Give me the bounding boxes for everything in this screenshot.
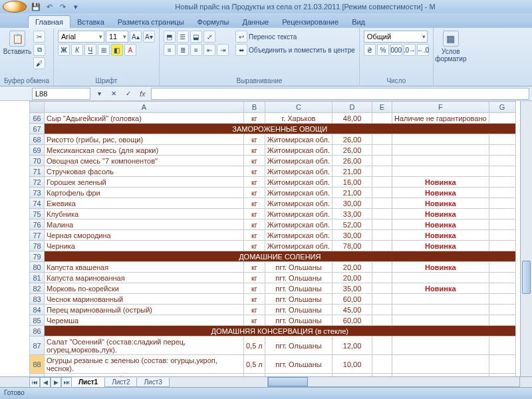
cell[interactable] [372,273,392,283]
cell[interactable]: 21,00 [332,166,372,177]
cell[interactable] [489,134,515,145]
comma-icon[interactable]: 000 [390,44,402,56]
cell[interactable]: Сыр "Адыгейский" (головка) [45,113,244,124]
cell[interactable]: Капуста квашеная [45,262,244,273]
table-row[interactable]: 84Перец маринованный (острый)кгпгт. Ольш… [30,305,516,315]
cell[interactable] [489,355,515,374]
cell[interactable]: кг [244,283,265,294]
cell[interactable]: Клубника [45,209,244,219]
cell[interactable] [372,113,392,124]
save-icon[interactable]: 💾 [31,1,41,12]
section-header[interactable]: ДОМАШНИЕ СОЛЕНИЯ [45,251,516,262]
cell[interactable] [392,134,489,145]
undo-icon[interactable]: ↶ [44,1,55,12]
italic-icon[interactable]: К [71,44,83,56]
cell[interactable]: Малина [45,219,244,230]
cell[interactable]: 21,00 [332,188,372,198]
cell[interactable]: Картофель фри [45,188,244,198]
sheet-tab[interactable]: Лист3 [136,378,169,387]
cell[interactable]: 60,00 [332,315,372,326]
formula-bar[interactable] [151,88,529,100]
table-row[interactable]: 75КлубникакгЖитомирская обл.33,00Новинка [30,209,516,219]
cell[interactable] [372,305,392,315]
cell[interactable]: Новинка [392,177,489,188]
sheet-nav-next-icon[interactable]: ▶ [51,377,61,388]
table-row[interactable]: 88Огурцы резаные с зеленью (состав: огур… [30,355,516,374]
cell[interactable] [372,230,392,241]
row-header[interactable]: 85 [30,315,45,326]
cell[interactable] [372,355,392,374]
col-header[interactable]: E [372,102,392,113]
cell[interactable]: кг [244,188,265,198]
cell[interactable] [489,241,515,251]
table-row[interactable]: 85Черемшакгпгт. Ольшаны60,00 [30,315,516,326]
row-header[interactable]: 76 [30,219,45,230]
cell[interactable] [392,145,489,156]
row-header[interactable]: 75 [30,209,45,219]
cell[interactable] [489,209,515,219]
cell[interactable]: 78,00 [332,241,372,251]
cell[interactable] [392,315,489,326]
row-header[interactable]: 77 [30,230,45,241]
table-row[interactable]: 78ЧерникакгЖитомирская обл.78,00Новинка [30,241,516,251]
cell[interactable]: Новинка [392,198,489,209]
cell[interactable]: Горошек зеленый [45,177,244,188]
vertical-scroll-thumb[interactable] [522,261,531,294]
cell[interactable]: Житомирская обл. [265,198,332,209]
decrease-decimal-icon[interactable]: ←.0 [417,44,429,56]
cell[interactable]: Наличие не гарантировано [392,113,489,124]
redo-icon[interactable]: ↷ [57,1,68,12]
tab-view[interactable]: Вид [345,16,372,28]
cell[interactable]: 52,00 [332,219,372,230]
cell[interactable] [489,198,515,209]
row-header[interactable]: 80 [30,262,45,273]
sheet-nav-prev-icon[interactable]: ◀ [40,377,51,388]
cell[interactable]: Новинка [392,188,489,198]
align-bottom-icon[interactable]: ⬓ [190,31,202,43]
fill-color-icon[interactable]: ◧ [111,44,123,56]
row-header[interactable]: 70 [30,156,45,166]
cell[interactable]: Черника [45,241,244,251]
cell[interactable]: пгт. Ольшаны [265,273,332,283]
cell[interactable]: пгт. Ольшаны [265,355,332,374]
section-header[interactable]: ЗАМОРОЖЕННЫЕ ОВОЩИ [45,124,516,134]
cell[interactable]: Черемша [45,315,244,326]
spreadsheet-grid[interactable]: ABCDEFG66Сыр "Адыгейский" (головка)кгг. … [29,101,516,376]
align-center-icon[interactable]: ≣ [177,44,189,56]
cell[interactable]: Новинка [392,283,489,294]
row-header[interactable]: 72 [30,177,45,188]
table-row[interactable]: 81Капуста маринованнаякгпгт. Ольшаны20,0… [30,273,516,283]
table-row[interactable]: 77Черная смородинакгЖитомирская обл.30,0… [30,230,516,241]
cell[interactable]: 60,00 [332,294,372,305]
cell[interactable]: Житомирская обл. [265,219,332,230]
cell[interactable] [372,188,392,198]
cell[interactable]: Житомирская обл. [265,166,332,177]
col-header[interactable]: C [265,102,332,113]
increase-font-icon[interactable]: A▴ [130,31,142,43]
table-row[interactable]: 83Чеснок маринованныйкгпгт. Ольшаны60,00 [30,294,516,305]
tab-page-layout[interactable]: Разметка страницы [111,16,191,28]
row-header[interactable]: 84 [30,305,45,315]
font-color-icon[interactable]: A [124,44,136,56]
sheet-tab[interactable]: Лист2 [104,378,137,387]
cell[interactable] [489,305,515,315]
row-header[interactable]: 82 [30,283,45,294]
cell[interactable]: 20,00 [332,273,372,283]
cell[interactable]: Черная смородина [45,230,244,241]
cell[interactable] [372,166,392,177]
table-row[interactable]: 67ЗАМОРОЖЕННЫЕ ОВОЩИ [30,124,516,134]
cell[interactable]: Ежевика [45,198,244,209]
col-header[interactable]: G [489,102,515,113]
decrease-font-icon[interactable]: A▾ [143,31,155,43]
cell[interactable] [372,315,392,326]
font-size-combo[interactable]: 11 [106,31,128,43]
cell[interactable]: 10,00 [332,355,372,374]
align-right-icon[interactable]: ≡ [190,44,202,56]
col-header[interactable]: D [332,102,372,113]
sheet-nav-first-icon[interactable]: ⏮ [29,377,40,388]
cell[interactable]: кг [244,156,265,166]
fx-icon[interactable]: fx [137,90,148,98]
cell[interactable]: Огурцы резаные с зеленью (состав: огурцы… [45,355,244,374]
cell[interactable] [372,219,392,230]
row-header[interactable]: 69 [30,145,45,156]
